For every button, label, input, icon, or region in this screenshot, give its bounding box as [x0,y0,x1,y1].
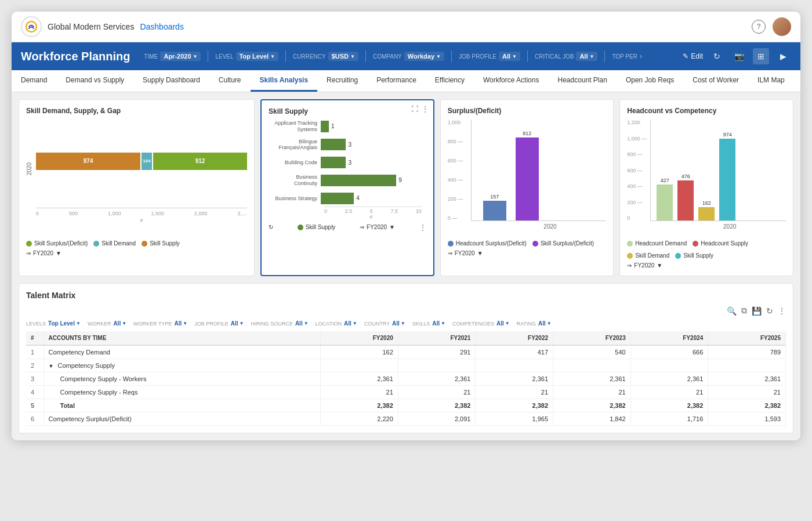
time-filter[interactable]: TIME Apr-2020 ▼ [144,52,201,61]
export-button[interactable]: ⧉ [741,306,747,316]
tm-levels-value[interactable]: Top Level ▼ [48,320,81,327]
ss-label-5: Business Strategy [269,196,321,201]
chart2-x-axis: 02.557.510 [324,207,422,214]
tm-job-profile-value[interactable]: All ▼ [231,320,244,327]
more-icon[interactable]: ⋮ [422,105,429,113]
chart1-x-unit: # [36,218,247,223]
tm-country-arrow: ▼ [401,321,405,326]
row2-name[interactable]: ▼ Competency Supply [44,359,321,372]
tab-ilm-map[interactable]: ILM Map [748,70,794,92]
tm-worker-type-value[interactable]: All ▼ [174,320,187,327]
refresh-button[interactable]: ↻ [709,48,725,64]
save-button[interactable]: 💾 [752,306,762,316]
tm-worker-type-filter[interactable]: WORKER TYPE All ▼ [133,320,187,327]
tm-hiring-source-value[interactable]: All ▼ [295,320,309,327]
job-profile-value[interactable]: All ▼ [499,52,520,61]
chart2-fy[interactable]: ⇒ FY2020 ▼ [360,224,395,230]
tm-hiring-source-filter[interactable]: HIRING SOURCE All ▼ [251,320,308,327]
time-value[interactable]: Apr-2020 ▼ [160,52,201,61]
grid-view-button[interactable]: ⊞ [753,48,769,64]
currency-value[interactable]: $USD ▼ [328,52,358,61]
chart3-bar1-val: 157 [490,194,499,200]
tab-demand[interactable]: Demand [12,70,56,92]
skill-demand2-dot [627,253,633,259]
chart4-bar3-val: 162 [702,200,711,206]
chart1-fy[interactable]: ⇒ FY2020 ▼ [26,250,247,256]
chart3-fy[interactable]: ⇒ FY2020 ▼ [448,250,607,256]
user-avatar[interactable] [773,17,791,36]
row5-name: Total [44,399,321,413]
level-filter[interactable]: LEVEL Top Level ▼ [215,52,278,61]
tab-skills-analysis[interactable]: Skills Analysis [251,70,318,92]
currency-filter[interactable]: CURRENCY $USD ▼ [293,52,358,61]
search-button[interactable]: 🔍 [727,306,737,316]
tm-location-label: LOCATION [316,321,342,327]
chart2-icons: ⛶ ⋮ [411,105,429,113]
tm-location-value[interactable]: All ▼ [344,320,357,327]
tm-worker-filter[interactable]: WORKER All ▼ [88,320,126,327]
tm-rating-value[interactable]: All ▼ [538,320,552,327]
critical-job-value[interactable]: All ▼ [576,52,597,61]
row2-fy2024 [630,359,708,372]
tab-culture[interactable]: Culture [209,70,251,92]
chart4-fy-dropdown: ▼ [657,262,662,269]
tm-refresh-button[interactable]: ↻ [766,306,773,316]
edit-button[interactable]: ✎ Edit [683,52,703,60]
help-icon[interactable]: ? [752,20,766,34]
tab-supply-dashboard[interactable]: Supply Dashboard [133,70,209,92]
tab-performance[interactable]: Performance [367,70,426,92]
tm-worker-value[interactable]: All ▼ [113,320,126,327]
critical-job-filter[interactable]: CRITICAL JOB All ▼ [535,52,597,61]
tab-workforce-actions[interactable]: Workforce Actions [474,70,548,92]
chart4-title: Headcount vs Competency [627,107,786,115]
chart3-fy-dropdown: ▼ [477,250,483,256]
ss-label-4: BusinessContinuity [269,174,321,187]
tm-competencies-value[interactable]: All ▼ [496,320,510,327]
tm-job-profile-filter[interactable]: JOB PROFILE All ▼ [194,320,244,327]
company-filter[interactable]: COMPANY Workday ▼ [373,52,444,61]
row5-fy2023: 2,382 [553,399,631,413]
legend-skill-demand2: Skill Demand [627,252,669,259]
tab-efficiency[interactable]: Efficiency [426,70,474,92]
tm-skills-value[interactable]: All ▼ [432,320,445,327]
tm-job-profile-arrow: ▼ [239,321,244,326]
row3-fy2020: 2,361 [321,372,398,386]
tab-headcount-plan[interactable]: Headcount Plan [548,70,616,92]
tm-more-button[interactable]: ⋮ [778,306,786,316]
job-profile-label: JOB PROFILE [459,53,496,60]
tm-skills-filter[interactable]: SKILLS All ▼ [412,320,445,327]
ss-bar-5 [321,193,354,204]
tm-country-filter[interactable]: COUNTRY All ▼ [364,320,405,327]
tm-rating-filter[interactable]: RATING All ▼ [517,320,552,327]
tm-rating-arrow: ▼ [547,321,552,326]
tm-country-value[interactable]: All ▼ [392,320,405,327]
chart2-more-btn[interactable]: ⋮ [419,223,426,231]
dashboards-link[interactable]: Dashboards [140,22,184,31]
tm-worker-type-label: WORKER TYPE [133,321,172,327]
tm-location-filter[interactable]: LOCATION All ▼ [316,320,357,327]
video-button[interactable]: ▶ [775,48,791,64]
chart4-bar4-group: 974 [719,132,735,220]
currency-arrow-icon: ▼ [350,54,355,59]
top-per-filter[interactable]: TOP PER › [612,52,642,60]
company-value[interactable]: Workday ▼ [404,52,444,61]
tab-demand-vs-supply[interactable]: Demand vs Supply [56,70,133,92]
fy-dropdown-icon: ▼ [56,250,61,256]
top-per-label: TOP PER [612,53,637,60]
camera-button[interactable]: 📷 [731,48,747,64]
tab-recruiting[interactable]: Recruiting [317,70,367,92]
tm-levels-filter[interactable]: LEVELS Top Level ▼ [26,320,81,327]
expand-icon[interactable]: ⛶ [411,105,418,113]
job-profile-filter[interactable]: JOB PROFILE All ▼ [459,52,520,61]
level-value[interactable]: Top Level ▼ [236,52,278,61]
chart2-refresh-btn[interactable]: ↻ [269,224,273,230]
row1-fy2022: 417 [476,345,553,359]
tab-open-job-reqs[interactable]: Open Job Reqs [617,70,683,92]
tm-competencies-filter[interactable]: COMPETENCIES All ▼ [452,320,510,327]
tm-rating-label: RATING [517,321,536,327]
col-header-fy2021: FY2021 [398,331,476,345]
legend-skill-surplus-deficit: Skill Surplus/(Deficit) [532,240,594,247]
chart4-fy[interactable]: ⇒ FY2020 ▼ [627,262,786,269]
tab-cost-of-worker[interactable]: Cost of Worker [683,70,748,92]
chart2-x-unit: # [321,214,422,220]
